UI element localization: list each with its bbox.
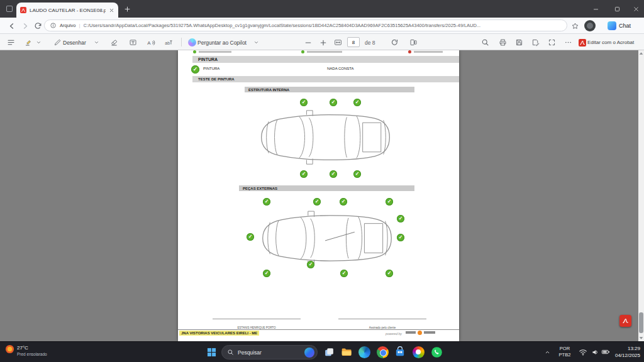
- store-button[interactable]: [393, 345, 407, 359]
- edge-icon: [358, 346, 370, 358]
- more-options-icon[interactable]: [564, 38, 573, 47]
- status-text: [199, 51, 231, 53]
- wifi-button[interactable]: [577, 345, 589, 359]
- address-bar[interactable]: Arquivo | C:/Users/sandr/AppData/Local/P…: [44, 19, 567, 31]
- favorites-icon[interactable]: [570, 21, 580, 31]
- status-dot-green-icon: [301, 50, 304, 53]
- photos-button[interactable]: [411, 345, 425, 359]
- search-highlight-image[interactable]: [304, 348, 314, 358]
- language-line2: PTB2: [556, 352, 574, 358]
- profile-avatar[interactable]: [584, 20, 596, 31]
- check-icon: [247, 233, 254, 241]
- diagram-internal: [245, 92, 414, 187]
- chrome-button[interactable]: [375, 345, 389, 359]
- vendor-logo-mark-icon: [418, 331, 422, 335]
- forward-button[interactable]: [20, 21, 30, 31]
- translate-icon[interactable]: ab: [164, 38, 173, 47]
- volume-button[interactable]: [589, 345, 601, 359]
- taskbar-search[interactable]: Pesquisar: [221, 345, 318, 359]
- pintura-item-value: NADA CONSTA: [327, 67, 354, 70]
- file-explorer-icon: [341, 346, 352, 358]
- chrome-icon: [377, 346, 389, 358]
- clock-widget[interactable]: 13:29 04/12/2025: [610, 345, 640, 359]
- table-of-contents-icon[interactable]: [6, 38, 16, 47]
- check-icon: [353, 170, 361, 178]
- pintura-item-label: PINTURA: [203, 67, 219, 70]
- workspaces-icon[interactable]: [4, 4, 14, 14]
- windows-taskbar: 27°C Pred ensolarado Pesquisar: [0, 341, 644, 362]
- edge-button[interactable]: [357, 345, 371, 359]
- chat-button[interactable]: Chat: [608, 20, 631, 31]
- browser-tab[interactable]: LAUDO CAUTELAR - EON1E08.pdf: [16, 3, 118, 18]
- clock-date: 04/12/2025: [610, 352, 640, 359]
- check-icon: [397, 215, 404, 222]
- zoom-in-icon[interactable]: [318, 38, 328, 47]
- fullscreen-icon[interactable]: [547, 38, 557, 47]
- highlighter-caret-icon[interactable]: [34, 38, 43, 47]
- check-icon: [330, 170, 337, 178]
- minimize-button[interactable]: [587, 0, 604, 18]
- whatsapp-button[interactable]: [430, 345, 443, 359]
- check-icon: [386, 198, 393, 206]
- save-icon[interactable]: [514, 38, 524, 47]
- tray-expand-button[interactable]: [542, 345, 552, 359]
- scrollbar-thumb[interactable]: [639, 312, 643, 333]
- copilot-icon[interactable]: [187, 38, 197, 47]
- save-as-icon[interactable]: [531, 38, 540, 47]
- zoom-out-icon[interactable]: [303, 38, 313, 47]
- read-aloud-icon[interactable]: A: [146, 38, 155, 47]
- info-icon[interactable]: [50, 22, 57, 29]
- check-icon: [353, 99, 361, 106]
- start-button[interactable]: [204, 345, 218, 359]
- draw-caret-icon[interactable]: [92, 38, 101, 47]
- maximize-button[interactable]: [609, 0, 625, 18]
- add-text-icon[interactable]: [128, 38, 138, 47]
- print-icon[interactable]: [498, 38, 508, 47]
- file-explorer-button[interactable]: [340, 345, 353, 359]
- url-scheme-label: Arquivo: [60, 23, 75, 28]
- rotate-icon[interactable]: [390, 38, 399, 47]
- check-icon: [340, 198, 347, 206]
- check-icon: [313, 198, 321, 206]
- new-tab-button[interactable]: [122, 4, 132, 14]
- acrobat-icon[interactable]: [577, 38, 587, 47]
- edit-with-acrobat-label[interactable]: Editar com o Acrobat: [587, 40, 634, 45]
- task-view-button[interactable]: [322, 345, 336, 359]
- scroll-up-icon[interactable]: [638, 50, 644, 57]
- vendor-logo: [406, 331, 416, 334]
- highlighter-icon[interactable]: [24, 38, 33, 47]
- tab-title: LAUDO CAUTELAR - EON1E08.pdf: [30, 8, 106, 13]
- car-top-view-drawing: [255, 107, 396, 168]
- eraser-icon[interactable]: [109, 38, 119, 47]
- back-button[interactable]: [6, 21, 16, 31]
- chat-icon: [608, 21, 616, 30]
- fit-to-width-icon[interactable]: [333, 38, 343, 47]
- scroll-down-icon[interactable]: [638, 335, 644, 341]
- close-button[interactable]: [628, 0, 644, 18]
- battery-icon: [601, 348, 610, 356]
- diagram-external: [239, 192, 414, 283]
- refresh-button[interactable]: [33, 21, 43, 31]
- check-icon: [300, 99, 308, 106]
- powered-by-label: powered by: [386, 332, 402, 336]
- weather-widget[interactable]: 27°C Pred ensolarado: [5, 344, 47, 357]
- copilot-label[interactable]: Perguntar ao Copilot: [197, 40, 247, 46]
- draw-pen-icon[interactable]: [53, 38, 62, 47]
- search-icon[interactable]: [480, 38, 490, 47]
- acrobat-fab-button[interactable]: [619, 315, 631, 327]
- status-dot-green-icon: [193, 50, 196, 53]
- check-icon: [386, 270, 393, 277]
- page-view-icon[interactable]: [409, 38, 418, 47]
- tab-close-icon[interactable]: [109, 8, 114, 13]
- copilot-caret-icon[interactable]: [252, 38, 261, 47]
- report-footer-bar: JNA VISTORIAS VEICULARES EIRELI - ME pow…: [178, 329, 459, 337]
- section-title: TESTE DE PINTURA: [198, 77, 235, 81]
- signature-line: [213, 319, 301, 319]
- draw-label[interactable]: Desenhar: [63, 40, 86, 46]
- section-header-pintura: PINTURA: [192, 56, 459, 63]
- language-indicator[interactable]: POR PTB2: [556, 346, 574, 358]
- pdf-favicon: [20, 7, 26, 13]
- scrollbar[interactable]: [638, 50, 644, 341]
- page-number-input[interactable]: [347, 37, 360, 47]
- browser-navbar: Arquivo | C:/Users/sandr/AppData/Local/P…: [0, 18, 644, 34]
